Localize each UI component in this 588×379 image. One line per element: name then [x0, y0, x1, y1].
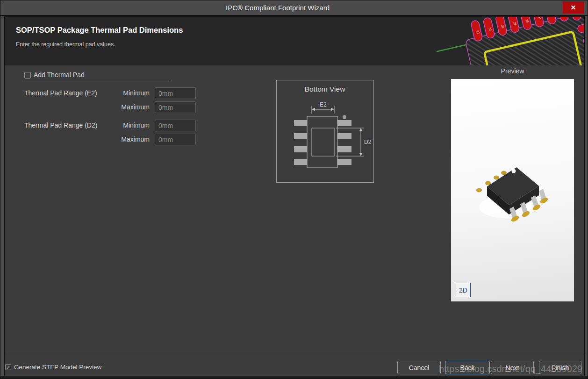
page-subtitle: Enter the required thermal pad values. [16, 41, 115, 48]
back-label: ack [465, 364, 475, 372]
chip-pin1-dot [512, 169, 516, 173]
bottom-view-title: Bottom View [305, 85, 346, 93]
view-2d-button[interactable]: 2D [456, 283, 471, 297]
e2-maximum-label: Maximum [112, 101, 150, 113]
page-title: SOP/TSOP Package Thermal Pad Dimensions [16, 26, 183, 35]
pin1-marker-dot [343, 115, 346, 119]
window-bottom-frame [0, 376, 588, 379]
thermal-pad-range-d2-label: Thermal Pad Range (D2) [24, 120, 97, 131]
d2-dim-label: D2 [364, 139, 372, 145]
check-icon: ✓ [6, 365, 11, 370]
view-2d-label: 2D [459, 286, 467, 294]
cancel-label: Cancel [409, 364, 430, 372]
window-title: IPC® Compliant Footprint Wizard [0, 0, 588, 15]
section-divider [24, 81, 171, 81]
finish-button[interactable]: Finish [539, 361, 581, 374]
finish-label: inish [555, 364, 569, 372]
chip-3d-model [475, 162, 552, 223]
thermal-pad-range-e2-label: Thermal Pad Range (E2) [24, 87, 97, 99]
e2-arrowhead-left [312, 108, 315, 111]
e2-minimum-input[interactable] [155, 87, 196, 99]
generate-step-label[interactable]: Generate STEP Model Preview [14, 361, 101, 373]
close-button[interactable]: ✕ [563, 1, 584, 14]
add-thermal-pad-checkbox[interactable] [24, 72, 31, 79]
next-label: ext [510, 364, 519, 372]
thermal-pad-outline [312, 128, 334, 156]
footer-divider [5, 355, 584, 355]
wizard-window: IPC® Compliant Footprint Wizard ✕ SOP/TS… [0, 0, 588, 379]
titlebar: IPC® Compliant Footprint Wizard ✕ [0, 0, 588, 16]
close-icon: ✕ [571, 4, 576, 11]
preview-viewport[interactable]: 2D [451, 79, 574, 301]
d2-arrowhead-bottom [359, 153, 363, 156]
generate-step-checkbox[interactable]: ✓ [5, 364, 11, 370]
e2-minimum-label: Minimum [112, 87, 150, 99]
next-label-key: N [506, 364, 510, 372]
footprint-pads [294, 120, 351, 165]
wizard-header: SOP/TSOP Package Thermal Pad Dimensions … [5, 17, 584, 65]
cancel-button[interactable]: Cancel [397, 361, 441, 374]
d2-arrowhead-top [359, 128, 363, 131]
d2-maximum-input[interactable] [155, 134, 196, 145]
d2-minimum-input[interactable] [155, 120, 196, 131]
d2-maximum-label: Maximum [112, 134, 150, 145]
next-button[interactable]: Next [491, 361, 534, 374]
e2-maximum-input[interactable] [155, 101, 196, 113]
pcb-artwork: 32 31 30 29 28 27 26 25 1 [437, 17, 584, 65]
d2-minimum-label: Minimum [112, 120, 150, 131]
preview-title: Preview [451, 67, 574, 75]
back-label-key: B [460, 364, 464, 372]
e2-dim-label: E2 [320, 101, 327, 108]
dialog-client-area: SOP/TSOP Package Thermal Pad Dimensions … [4, 16, 585, 376]
add-thermal-pad-label[interactable]: Add Thermal Pad [34, 69, 85, 81]
bottom-view-diagram: Bottom View E2 [276, 80, 374, 183]
e2-arrowhead-right [331, 108, 334, 111]
back-button[interactable]: Back [445, 361, 490, 374]
